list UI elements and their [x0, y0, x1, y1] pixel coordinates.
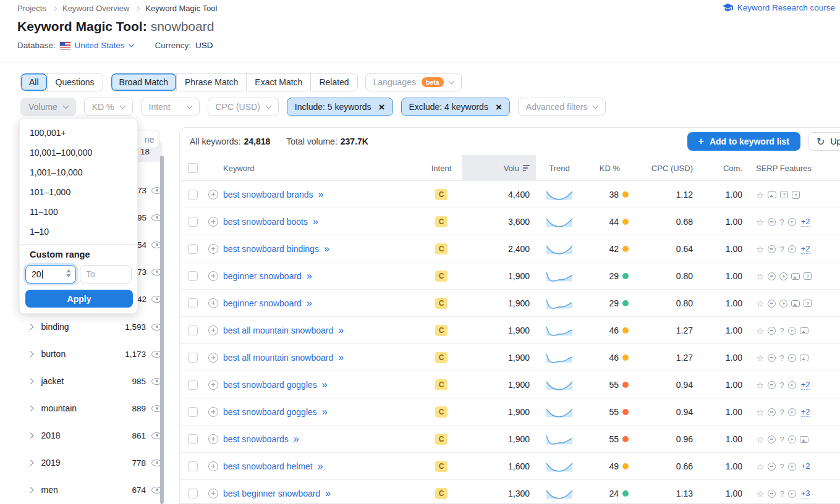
- sidebar-group-binding[interactable]: binding1,593: [19, 313, 162, 340]
- sidebar-group-2018[interactable]: 2018861: [19, 422, 162, 449]
- add-keyword-icon[interactable]: +: [208, 461, 218, 471]
- serp-more-link[interactable]: +2: [801, 244, 810, 254]
- keyword-link[interactable]: beginner snowboard: [223, 271, 302, 281]
- add-keyword-icon[interactable]: +: [208, 190, 218, 200]
- volume-option-101-1-000[interactable]: 101–1,000: [20, 182, 137, 202]
- serp-more-link[interactable]: +2: [801, 461, 810, 472]
- volume-from-input[interactable]: 20: [25, 265, 76, 284]
- column-header-cpc[interactable]: CPC (USD): [634, 155, 698, 181]
- keyword-link[interactable]: best snowboards: [223, 434, 289, 444]
- volume-option-11-100[interactable]: 11–100: [20, 202, 137, 222]
- remove-filter-icon[interactable]: ×: [496, 102, 502, 112]
- serp-more-link[interactable]: +2: [801, 380, 810, 390]
- open-keyword-icon[interactable]: »: [294, 434, 299, 445]
- number-stepper[interactable]: [66, 269, 71, 277]
- row-checkbox[interactable]: [188, 190, 198, 200]
- breadcrumb-item-keyword-magic-tool[interactable]: Keyword Magic Tool: [145, 4, 217, 13]
- row-checkbox[interactable]: [188, 217, 198, 227]
- select-all-checkbox[interactable]: [188, 163, 198, 173]
- serp-more-link[interactable]: +2: [801, 217, 810, 227]
- row-checkbox[interactable]: [188, 298, 198, 308]
- add-keyword-icon[interactable]: +: [208, 217, 218, 227]
- add-keyword-icon[interactable]: +: [208, 271, 218, 281]
- keyword-research-course-link[interactable]: Keyword Research course: [723, 3, 835, 12]
- add-keyword-icon[interactable]: +: [208, 244, 218, 254]
- open-keyword-icon[interactable]: »: [307, 271, 312, 282]
- filter-chip-exclude-4-keywords[interactable]: Exclude: 4 keywords×: [401, 98, 510, 116]
- open-keyword-icon[interactable]: »: [338, 325, 344, 336]
- column-header-intent[interactable]: Intent: [421, 155, 462, 181]
- tab-exact-match[interactable]: Exact Match: [246, 74, 310, 91]
- row-checkbox[interactable]: [188, 407, 198, 417]
- add-keyword-icon[interactable]: +: [208, 326, 218, 335]
- filter-dropdown-intent[interactable]: Intent: [141, 98, 200, 116]
- stepper-up-icon[interactable]: [66, 269, 71, 272]
- open-keyword-icon[interactable]: »: [307, 298, 312, 309]
- column-header-volume[interactable]: Volu: [462, 155, 536, 181]
- keyword-link[interactable]: best snowboard bindings: [223, 244, 319, 254]
- tab-all[interactable]: All: [21, 74, 47, 91]
- row-checkbox[interactable]: [188, 489, 198, 498]
- sidebar-group-2019[interactable]: 2019778: [19, 449, 162, 476]
- row-checkbox[interactable]: [188, 380, 198, 390]
- column-header-trend[interactable]: Trend: [536, 155, 583, 181]
- languages-dropdown[interactable]: Languages beta: [365, 73, 462, 91]
- add-keyword-icon[interactable]: +: [208, 353, 218, 363]
- keyword-link[interactable]: best all mountain snowboard: [223, 326, 333, 335]
- open-keyword-icon[interactable]: »: [324, 243, 329, 254]
- filter-dropdown-advanced-filters[interactable]: Advanced filters: [518, 98, 606, 116]
- tab-phrase-match[interactable]: Phrase Match: [176, 74, 246, 91]
- row-checkbox[interactable]: [188, 326, 198, 335]
- keyword-link[interactable]: beginner snowboard: [223, 298, 302, 308]
- remove-filter-icon[interactable]: ×: [379, 102, 385, 112]
- add-keyword-icon[interactable]: +: [208, 298, 218, 308]
- add-keyword-icon[interactable]: +: [208, 407, 218, 417]
- volume-to-input[interactable]: [80, 265, 132, 284]
- column-header-com[interactable]: Com.: [698, 155, 747, 181]
- keyword-link[interactable]: best snowboard boots: [223, 217, 308, 227]
- keyword-link[interactable]: best snowboard goggles: [223, 380, 317, 390]
- breadcrumb-item-keyword-overview[interactable]: Keyword Overview: [62, 4, 129, 13]
- row-checkbox[interactable]: [188, 434, 198, 444]
- filter-dropdown-kd[interactable]: KD %: [84, 98, 133, 116]
- volume-option-10-001-100-000[interactable]: 10,001–100,000: [20, 143, 137, 162]
- volume-option-1-10[interactable]: 1–10: [20, 222, 137, 242]
- sidebar-group-men[interactable]: men674: [19, 476, 162, 503]
- row-checkbox[interactable]: [188, 244, 198, 254]
- volume-option-1-001-10-000[interactable]: 1,001–10,000: [20, 162, 137, 182]
- open-keyword-icon[interactable]: »: [313, 216, 318, 227]
- stepper-down-icon[interactable]: [66, 274, 71, 277]
- column-header-keyword[interactable]: Keyword: [206, 155, 421, 181]
- filter-dropdown-cpc-usd[interactable]: CPC (USD): [208, 98, 279, 116]
- tab-related[interactable]: Related: [310, 74, 357, 91]
- column-header-kd[interactable]: KD %: [583, 155, 634, 181]
- open-keyword-icon[interactable]: »: [322, 406, 328, 418]
- row-checkbox[interactable]: [188, 461, 198, 471]
- serp-more-link[interactable]: +3: [801, 489, 810, 499]
- tab-broad-match[interactable]: Broad Match: [111, 74, 176, 91]
- filter-dropdown-volume[interactable]: Volume: [20, 98, 76, 116]
- add-keyword-icon[interactable]: +: [208, 434, 218, 444]
- keyword-link[interactable]: best all mountain snowboard: [223, 353, 333, 363]
- open-keyword-icon[interactable]: »: [338, 352, 344, 363]
- tab-questions[interactable]: Questions: [47, 74, 103, 91]
- breadcrumb-item-projects[interactable]: Projects: [17, 4, 46, 13]
- add-keyword-icon[interactable]: +: [208, 489, 218, 498]
- apply-button[interactable]: Apply: [25, 290, 133, 308]
- open-keyword-icon[interactable]: »: [322, 379, 328, 390]
- sidebar-group-jacket[interactable]: jacket985: [19, 368, 162, 395]
- row-checkbox[interactable]: [188, 271, 198, 281]
- sidebar-scrollbar[interactable]: [160, 156, 164, 504]
- keyword-link[interactable]: best beginner snowboard: [223, 489, 320, 498]
- keyword-link[interactable]: best snowboard helmet: [223, 461, 313, 471]
- row-checkbox[interactable]: [188, 353, 198, 363]
- serp-more-link[interactable]: +2: [801, 407, 810, 418]
- add-keyword-icon[interactable]: +: [208, 380, 218, 390]
- volume-option-100-001[interactable]: 100,001+: [20, 123, 137, 143]
- sidebar-group-burton[interactable]: burton1,173: [19, 340, 162, 368]
- keyword-link[interactable]: best snowboard brands: [223, 190, 313, 200]
- update-metrics-button[interactable]: ↻ Upd: [808, 132, 840, 151]
- sidebar-group-mountain[interactable]: mountain889: [19, 395, 162, 422]
- add-to-keyword-list-button[interactable]: + Add to keyword list: [687, 132, 800, 151]
- open-keyword-icon[interactable]: »: [318, 461, 323, 472]
